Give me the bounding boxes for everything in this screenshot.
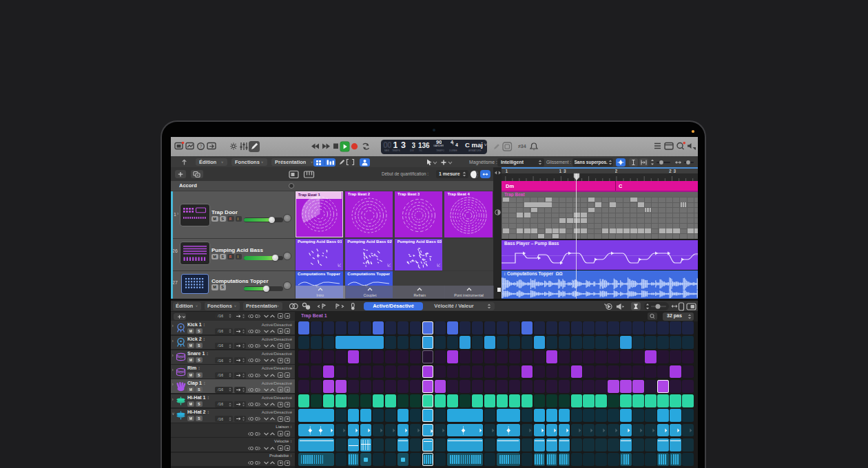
svg-text:?: ? xyxy=(200,144,203,149)
